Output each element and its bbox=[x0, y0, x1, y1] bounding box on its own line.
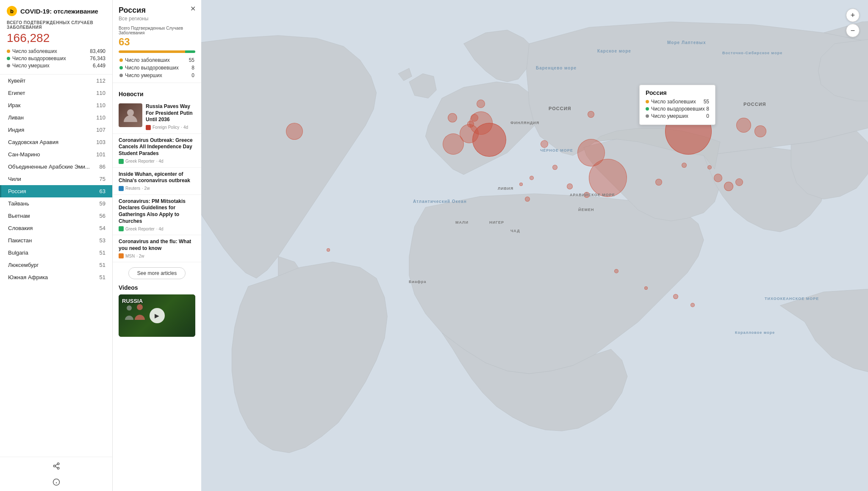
country-item-9[interactable]: Россия63 bbox=[0, 185, 112, 197]
zoom-out-button[interactable]: − bbox=[846, 24, 860, 37]
country-item-0[interactable]: Кувейт112 bbox=[0, 75, 112, 87]
news-thumb-placeholder-1 bbox=[119, 103, 142, 127]
detail-confirmed-number: 63 bbox=[119, 36, 195, 48]
country-name-12: Словакия bbox=[8, 225, 33, 231]
tooltip-row-recovered: Число выздоровевших 8 bbox=[646, 106, 709, 112]
tooltip-deaths-label: Число умерших bbox=[651, 113, 688, 119]
close-button[interactable]: ✕ bbox=[189, 4, 197, 13]
country-count-11: 56 bbox=[100, 213, 105, 219]
video-play-button[interactable]: ▶ bbox=[150, 308, 165, 323]
progress-bar-orange bbox=[119, 50, 185, 53]
detail-dot-green bbox=[119, 66, 123, 69]
country-item-16[interactable]: Южная Африка51 bbox=[0, 271, 112, 283]
svg-point-2 bbox=[57, 467, 59, 469]
dot-green-icon bbox=[7, 57, 10, 60]
source-icon-msn bbox=[119, 253, 124, 258]
country-item-10[interactable]: Тайвань59 bbox=[0, 197, 112, 210]
news-content-1: Russia Paves Way For President Putin Unt… bbox=[146, 103, 195, 130]
news-source-2: Greek Reporter bbox=[125, 159, 155, 164]
country-name-10: Тайвань bbox=[8, 200, 29, 207]
detail-stat-deaths: Число умерших 0 bbox=[119, 72, 195, 78]
map-tooltip: Россия Число заболевших 55 Число выздоро… bbox=[639, 85, 715, 125]
tooltip-dot-gray bbox=[646, 114, 649, 118]
bing-logo-icon: b bbox=[7, 6, 17, 16]
country-item-12[interactable]: Словакия54 bbox=[0, 222, 112, 234]
stat-row-deaths: Число умерших 6,449 bbox=[7, 63, 105, 69]
country-item-4[interactable]: Индия107 bbox=[0, 124, 112, 136]
news-headline-4: Coronavirus: PM Mitsotakis Declares Guid… bbox=[119, 198, 195, 225]
country-item-7[interactable]: Объединенные Арабские Эми...86 bbox=[0, 161, 112, 173]
country-name-4: Индия bbox=[8, 127, 24, 133]
source-icon-fp bbox=[146, 125, 151, 130]
country-item-1[interactable]: Египет110 bbox=[0, 87, 112, 99]
info-icon[interactable] bbox=[52, 477, 61, 487]
country-item-6[interactable]: Сан-Марино101 bbox=[0, 148, 112, 161]
see-more-button[interactable]: See more articles bbox=[128, 267, 186, 279]
country-count-7: 86 bbox=[100, 164, 105, 170]
country-count-2: 110 bbox=[96, 102, 105, 108]
tooltip-dot-green bbox=[646, 107, 649, 111]
detail-infected-label: Число заболевших bbox=[125, 57, 170, 63]
tooltip-infected-label: Число заболевших bbox=[651, 99, 696, 105]
news-headline-2: Coronavirus Outbreak: Greece Cancels All… bbox=[119, 137, 195, 157]
detail-panel: ✕ Россия Все регионы Всего Подтвержденны… bbox=[112, 0, 201, 491]
video-thumbnail[interactable]: RUSSIA ▶ CORONAVIRUS bbox=[119, 294, 195, 337]
news-section: Новости Russia Paves Way For President P… bbox=[113, 83, 201, 279]
country-count-4: 107 bbox=[96, 127, 105, 133]
detail-deaths-value: 0 bbox=[191, 72, 194, 78]
deaths-value: 6,449 bbox=[93, 63, 105, 69]
country-count-5: 103 bbox=[96, 139, 105, 145]
deaths-label: Число умерших bbox=[12, 63, 50, 69]
news-meta-5: MSN · 2w bbox=[119, 253, 195, 258]
detail-recovered-label: Число выздоровевших bbox=[125, 65, 179, 71]
country-name-14: Bulgaria bbox=[8, 250, 28, 256]
progress-bar bbox=[119, 50, 195, 53]
country-count-1: 110 bbox=[96, 90, 105, 96]
country-item-2[interactable]: Ирак110 bbox=[0, 99, 112, 111]
confirmed-label: ВСЕГО ПОДТВЕРЖДЕННЫХ СЛУЧАЕВ ЗАБОЛЕВАНИЯ bbox=[7, 20, 105, 30]
country-item-14[interactable]: Bulgaria51 bbox=[0, 247, 112, 259]
news-source-4: Greek Reporter bbox=[125, 227, 155, 231]
country-count-8: 75 bbox=[100, 176, 105, 182]
map-container[interactable]: РОССИЯ РОССИЯ Баренцево море Карское мор… bbox=[201, 0, 868, 491]
country-count-9: 63 bbox=[100, 188, 105, 194]
country-count-15: 51 bbox=[100, 262, 105, 268]
dot-orange-icon bbox=[7, 50, 10, 53]
tooltip-row-infected: Число заболевших 55 bbox=[646, 99, 709, 105]
news-headline-1: Russia Paves Way For President Putin Unt… bbox=[146, 103, 195, 123]
country-count-14: 51 bbox=[100, 250, 105, 256]
country-name-5: Саудовская Аравия bbox=[8, 139, 58, 145]
recovered-value: 76,343 bbox=[90, 55, 105, 61]
country-name-2: Ирак bbox=[8, 102, 21, 108]
detail-header: ✕ Россия Все регионы Всего Подтвержденны… bbox=[113, 0, 201, 83]
source-icon-gr-4 bbox=[119, 226, 124, 231]
country-item-15[interactable]: Люксембург51 bbox=[0, 259, 112, 271]
news-time-3: · 2w bbox=[142, 186, 150, 191]
news-title: Новости bbox=[113, 87, 201, 100]
country-item-8[interactable]: Чили75 bbox=[0, 173, 112, 185]
country-count-6: 101 bbox=[96, 151, 105, 158]
news-headline-3: Inside Wuhan, epicenter of China's coron… bbox=[119, 171, 195, 184]
news-item-5[interactable]: Coronavirus and the flu: What you need t… bbox=[113, 235, 201, 262]
news-item-2[interactable]: Coronavirus Outbreak: Greece Cancels All… bbox=[113, 134, 201, 168]
country-item-5[interactable]: Саудовская Аравия103 bbox=[0, 136, 112, 148]
country-item-13[interactable]: Пакистан53 bbox=[0, 234, 112, 247]
source-icon-gr-2 bbox=[119, 159, 124, 164]
detail-confirmed-label: Всего Подтвержденных Случаев Заболевания bbox=[119, 26, 195, 35]
country-name-13: Пакистан bbox=[8, 237, 32, 244]
confirmed-number: 166,282 bbox=[7, 31, 105, 45]
country-item-11[interactable]: Вьетнам56 bbox=[0, 210, 112, 222]
detail-recovered-value: 8 bbox=[191, 65, 194, 71]
stat-row-recovered: Число выздоровевших 76,343 bbox=[7, 55, 105, 61]
news-item-1[interactable]: Russia Paves Way For President Putin Unt… bbox=[113, 100, 201, 134]
news-item-3[interactable]: Inside Wuhan, epicenter of China's coron… bbox=[113, 168, 201, 195]
share-icon[interactable] bbox=[52, 461, 61, 471]
country-count-0: 112 bbox=[96, 78, 105, 84]
detail-subtitle: Все регионы bbox=[119, 16, 195, 22]
tooltip-recovered-label: Число выздоровевших bbox=[651, 106, 705, 112]
zoom-in-button[interactable]: + bbox=[846, 8, 860, 22]
news-item-4[interactable]: Coronavirus: PM Mitsotakis Declares Guid… bbox=[113, 195, 201, 235]
country-name-3: Ливан bbox=[8, 114, 24, 121]
news-time-5: · 2w bbox=[136, 254, 144, 258]
country-item-3[interactable]: Ливан110 bbox=[0, 111, 112, 124]
